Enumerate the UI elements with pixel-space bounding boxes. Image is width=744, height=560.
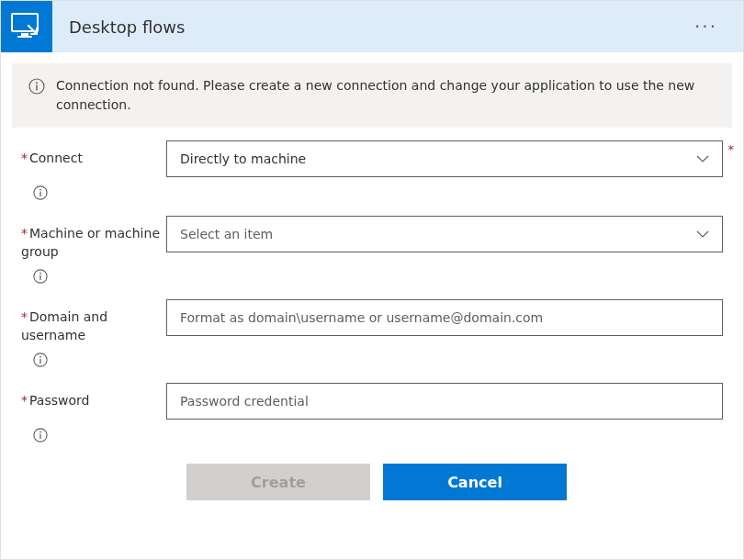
svg-rect-5 [36, 85, 37, 91]
chevron-down-icon [696, 151, 709, 166]
info-icon [28, 78, 45, 97]
password-input[interactable] [166, 383, 723, 420]
cancel-button[interactable]: Cancel [383, 464, 567, 500]
svg-point-7 [39, 189, 41, 191]
svg-point-16 [39, 431, 41, 433]
password-info-button[interactable] [32, 427, 49, 443]
connect-select[interactable]: Directly to machine [166, 140, 723, 177]
required-indicator: * [728, 142, 735, 156]
password-label: *Password [21, 383, 166, 410]
domain-label: *Domain and username [21, 299, 166, 344]
connection-form: *Connect Directly to machine * *Machine … [1, 128, 743, 500]
header: Desktop flows ··· [1, 1, 743, 52]
machine-select[interactable]: Select an item [166, 216, 723, 252]
create-button[interactable]: Create [186, 464, 370, 500]
svg-rect-11 [39, 275, 40, 280]
chevron-down-icon [696, 227, 709, 241]
svg-rect-2 [17, 36, 32, 38]
domain-username-input[interactable] [166, 299, 723, 336]
machine-label: *Machine or machine group [21, 216, 166, 261]
machine-info-button[interactable] [32, 268, 49, 285]
svg-point-13 [39, 356, 41, 358]
connect-info-button[interactable] [32, 185, 49, 201]
desktop-flows-icon [1, 1, 52, 52]
connect-label: *Connect [21, 140, 166, 168]
svg-rect-17 [39, 434, 40, 439]
alert-message: Connection not found. Please create a ne… [56, 76, 714, 115]
page-title: Desktop flows [52, 17, 687, 37]
alert-banner: Connection not found. Please create a ne… [12, 63, 732, 128]
machine-placeholder: Select an item [180, 227, 273, 241]
svg-point-4 [36, 82, 38, 84]
more-options-button[interactable]: ··· [687, 12, 725, 41]
svg-rect-1 [21, 33, 28, 36]
connect-value: Directly to machine [180, 151, 306, 166]
svg-point-10 [39, 273, 41, 274]
svg-rect-8 [39, 192, 40, 196]
svg-rect-14 [39, 359, 40, 364]
svg-rect-0 [12, 14, 38, 31]
domain-info-button[interactable] [32, 352, 49, 368]
